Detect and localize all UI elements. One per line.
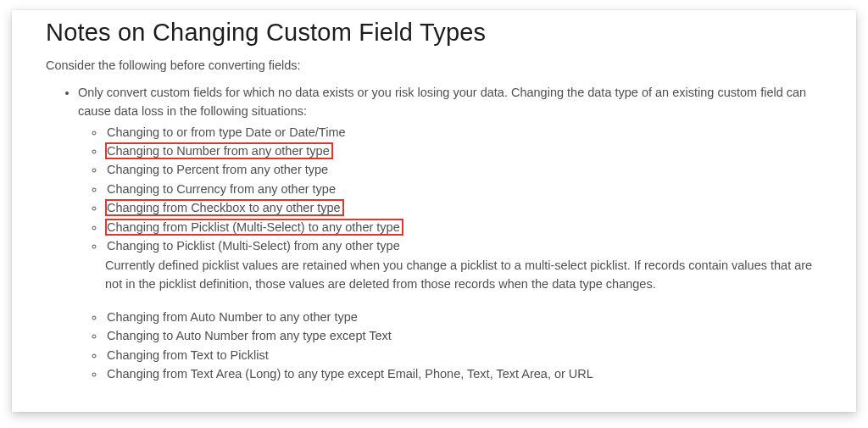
list-item-highlighted: Changing from Checkbox to any other type [105, 198, 826, 217]
list-item: Changing to Auto Number from any type ex… [105, 326, 826, 345]
item-text: Changing to Picklist (Multi-Select) from… [105, 237, 403, 254]
item-extra-text: Currently defined picklist values are re… [105, 256, 826, 294]
outer-list: Only convert custom fields for which no … [46, 84, 826, 384]
list-item: Changing to Picklist (Multi-Select) from… [105, 236, 826, 293]
item-text: Changing to Percent from any other type [105, 161, 331, 178]
list-gap [105, 294, 826, 308]
list-item: Changing from Text Area (Long) to any ty… [105, 364, 826, 383]
list-item: Changing to Currency from any other type [105, 180, 826, 198]
item-text: Changing to Number from any other type [105, 142, 333, 159]
list-item-highlighted: Changing to Number from any other type [105, 142, 826, 160]
main-bullet: Only convert custom fields for which no … [78, 84, 826, 384]
list-item: Changing to or from type Date or Date/Ti… [105, 123, 826, 142]
list-item: Changing from Auto Number to any other t… [105, 308, 826, 326]
list-item: Changing to Percent from any other type [105, 160, 826, 179]
document-card: Notes on Changing Custom Field Types Con… [12, 10, 856, 412]
page-title: Notes on Changing Custom Field Types [46, 19, 826, 47]
item-text: Changing to or from type Date or Date/Ti… [105, 124, 349, 141]
item-text: Changing from Text to Picklist [105, 347, 272, 364]
list-item-highlighted: Changing from Picklist (Multi-Select) to… [105, 218, 826, 236]
item-text: Changing to Auto Number from any type ex… [105, 327, 395, 344]
item-text: Changing to Currency from any other type [105, 181, 339, 197]
list-item: Changing from Text to Picklist [105, 346, 826, 364]
inner-list: Changing to or from type Date or Date/Ti… [78, 123, 826, 384]
item-text: Changing from Text Area (Long) to any ty… [105, 365, 597, 382]
intro-text: Consider the following before converting… [46, 58, 826, 72]
item-text: Changing from Checkbox to any other type [105, 199, 344, 216]
item-text: Changing from Picklist (Multi-Select) to… [105, 219, 403, 236]
item-text: Changing from Auto Number to any other t… [105, 308, 361, 325]
main-bullet-text: Only convert custom fields for which no … [78, 86, 806, 118]
